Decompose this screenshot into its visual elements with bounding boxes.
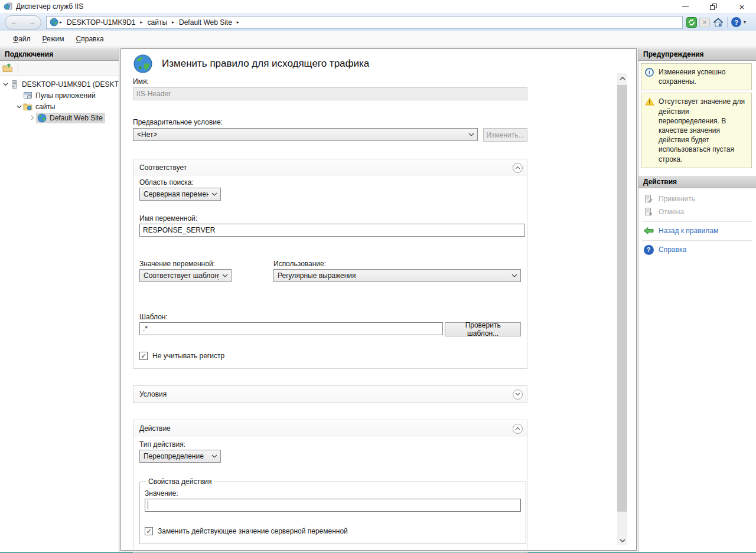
- breadcrumb-separator-icon: ▸: [171, 19, 175, 25]
- connections-tree: DESKTOP-U1MK9D1 (DESKTOP Пулы приложений: [0, 76, 119, 123]
- pattern-field[interactable]: [139, 322, 443, 335]
- action-value-field[interactable]: [145, 499, 521, 512]
- actions-list: Применить Отмена: [638, 188, 756, 256]
- breadcrumb-item-sites[interactable]: сайты: [144, 18, 171, 27]
- ignore-case-checkbox[interactable]: ✓: [139, 352, 148, 360]
- alerts-header: Предупреждения: [638, 48, 756, 61]
- toolbar-divider: [18, 63, 18, 73]
- name-label: Имя:: [133, 77, 636, 86]
- info-icon: i: [645, 67, 655, 86]
- stop-button[interactable]: ×: [699, 18, 710, 27]
- actions-header: Действия: [638, 176, 756, 188]
- alert-info: i Изменения успешно сохранены.: [641, 63, 752, 90]
- scroll-up-button[interactable]: [617, 73, 627, 83]
- title-bar: Диспетчер служб IIS ×: [0, 0, 756, 13]
- rule-name-field[interactable]: [133, 87, 527, 100]
- text-caret: [148, 500, 148, 509]
- divider: [642, 240, 752, 241]
- site-globe-icon: [50, 18, 58, 27]
- site-globe-icon: [37, 113, 47, 123]
- tree-item-default-web-site[interactable]: Default Web Site: [0, 112, 119, 123]
- menu-item-file[interactable]: Файл: [7, 32, 37, 45]
- action-type-select[interactable]: Переопределение: [139, 450, 221, 463]
- variable-name-label: Имя переменной:: [139, 214, 521, 222]
- scroll-down-button[interactable]: [617, 535, 627, 545]
- workspace: Подключения: [0, 47, 756, 553]
- content-scrollbar[interactable]: [617, 73, 627, 545]
- scope-select[interactable]: Серверная переменн: [139, 188, 221, 201]
- tree-item-server[interactable]: DESKTOP-U1MK9D1 (DESKTOP: [0, 78, 119, 90]
- menu-item-help[interactable]: Справка: [70, 32, 110, 45]
- apply-button[interactable]: Применить: [642, 193, 752, 205]
- address-bar: ← → ▸ DESKTOP-U1MK9D1 ▸ сайты ▸ Default …: [0, 13, 756, 31]
- pattern-label: Шаблон:: [139, 313, 521, 321]
- chevron-down-icon: [208, 192, 220, 196]
- help-link[interactable]: ? Справка: [642, 244, 752, 256]
- collapse-down-icon[interactable]: [513, 390, 523, 400]
- tree-item-sites[interactable]: сайты: [0, 101, 119, 112]
- connections-toolbar: [0, 61, 119, 76]
- tree-item-label: Пулы приложений: [35, 91, 96, 100]
- tree-item-label: DESKTOP-U1MK9D1 (DESKTOP: [22, 80, 119, 89]
- alert-text: Изменения успешно сохранены.: [659, 67, 748, 86]
- cancel-button[interactable]: Отмена: [642, 206, 752, 218]
- connections-sidebar: Подключения: [0, 48, 119, 552]
- breadcrumb[interactable]: ▸ DESKTOP-U1MK9D1 ▸ сайты ▸ Default Web …: [46, 16, 683, 29]
- help-menu-caret-icon[interactable]: ▾: [744, 19, 746, 25]
- save-connection-button[interactable]: [2, 63, 14, 73]
- help-button[interactable]: ?: [731, 17, 741, 27]
- breadcrumb-separator-icon: ▸: [58, 19, 63, 25]
- page-title: Изменить правило для исходящего трафика: [162, 58, 369, 70]
- ignore-case-label: Не учитывать регистр: [152, 352, 224, 360]
- scrollbar-thumb[interactable]: [617, 85, 627, 512]
- warning-icon: [645, 97, 655, 163]
- back-to-rules-link[interactable]: Назад к правилам: [642, 225, 752, 237]
- action-type-label: Тип действия:: [139, 440, 521, 449]
- breadcrumb-item-server[interactable]: DESKTOP-U1MK9D1: [63, 18, 139, 27]
- connections-header: Подключения: [0, 48, 119, 61]
- action-properties-group: Свойства действия Значение: ✓ Заменить д…: [139, 477, 526, 544]
- forward-button[interactable]: →: [26, 18, 38, 27]
- breadcrumb-item-site[interactable]: Default Web Site: [175, 18, 236, 27]
- collapse-up-icon[interactable]: [513, 163, 523, 173]
- variable-value-select[interactable]: Соответствует шаблону: [139, 269, 232, 282]
- replace-value-checkbox[interactable]: ✓: [145, 527, 153, 535]
- precondition-select[interactable]: <Нет>: [133, 128, 478, 141]
- conditions-section-title: Условия: [139, 390, 167, 398]
- chevron-down-icon: [509, 274, 520, 277]
- variable-value-label: Значение переменной:: [139, 260, 273, 268]
- app-icon: [4, 2, 13, 11]
- collapse-up-icon[interactable]: [513, 424, 523, 434]
- tree-item-app-pools[interactable]: Пулы приложений: [0, 90, 119, 101]
- apply-icon: [643, 194, 654, 204]
- minimize-icon: [682, 6, 689, 7]
- page-globe-icon: [133, 54, 153, 74]
- action-value-label: Значение:: [145, 489, 521, 498]
- test-pattern-button[interactable]: Проверить шаблон...: [445, 322, 521, 336]
- using-select[interactable]: Регулярные выражения: [273, 269, 521, 282]
- restore-button[interactable]: [699, 0, 728, 13]
- menu-bar: Файл Режим Справка: [0, 31, 756, 47]
- back-button[interactable]: ←: [8, 18, 20, 27]
- tree-item-label: Default Web Site: [50, 114, 103, 122]
- variable-name-field[interactable]: [139, 224, 525, 237]
- chevron-right-icon[interactable]: [28, 115, 36, 120]
- action-section-title: Действие: [139, 424, 171, 433]
- window-controls: ×: [671, 0, 756, 13]
- minimize-button[interactable]: [671, 0, 699, 13]
- close-button[interactable]: ×: [728, 0, 756, 13]
- refresh-button[interactable]: [686, 17, 697, 28]
- address-bar-actions: × ? ▾: [686, 17, 746, 28]
- edit-precondition-button[interactable]: Изменить...: [483, 128, 527, 142]
- chevron-down-icon[interactable]: [15, 105, 23, 109]
- right-panel: Предупреждения i Изменения успешно сохра…: [638, 48, 756, 552]
- replace-value-label: Заменить действующее значение серверной …: [158, 527, 348, 535]
- sites-folder-icon: [23, 102, 32, 112]
- chevron-down-icon: [465, 133, 477, 136]
- application-pools-icon: [23, 91, 32, 100]
- using-label: Использование:: [273, 260, 326, 268]
- menu-item-view[interactable]: Режим: [37, 32, 70, 45]
- home-button[interactable]: [712, 17, 724, 28]
- action-section: Действие Тип действия: Переопределение: [133, 420, 527, 553]
- chevron-down-icon[interactable]: [2, 83, 9, 86]
